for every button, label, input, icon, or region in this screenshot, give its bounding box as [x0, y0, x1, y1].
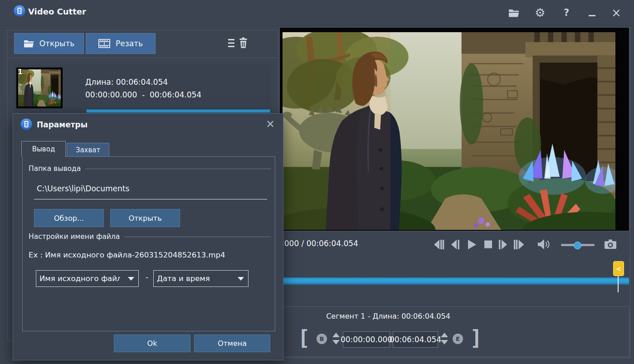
stepper-down-icon[interactable]: [441, 340, 448, 345]
dialog-logo-icon: [20, 118, 32, 130]
jump-forward-icon: [513, 239, 525, 250]
titlebar: Video Cutter ⚙ ? ×: [0, 0, 634, 26]
output-folder-group: Папка вывода: [29, 165, 271, 173]
volume-slider[interactable]: [561, 244, 595, 246]
stepper-up-icon[interactable]: [332, 333, 340, 337]
timeline-marker-stem: [618, 275, 619, 292]
dialog-title: Параметры: [37, 120, 88, 129]
segment-title: Сегмент 1 - Длина: 00:06:04.054: [279, 312, 497, 320]
group-divider: [85, 169, 271, 169]
open-video-button[interactable]: Открыть: [14, 33, 84, 54]
source-name-combo-value: Имя исходного файла: [36, 274, 120, 283]
stop-icon: [483, 239, 493, 250]
folder-icon: [24, 39, 34, 48]
frame-back-button[interactable]: [449, 238, 462, 251]
open-file-icon[interactable]: [507, 6, 521, 19]
item-progress-bar: [86, 109, 270, 113]
item-range-text: 00:00:00.000 - 00:06:04.054: [85, 90, 201, 99]
video-frame-image: [283, 32, 615, 230]
playlist-item[interactable]: 1 Длина: 00:06:04.054 00:00:00.000 - 00:…: [14, 65, 271, 113]
tab-capture[interactable]: Захват: [67, 143, 109, 157]
item-length-text: Длина: 00:06:04.054: [85, 78, 168, 87]
end-time-input[interactable]: 00:06:04.054: [393, 331, 438, 348]
video-preview: [279, 27, 629, 231]
jump-back-button[interactable]: [432, 238, 445, 251]
segment-close-bracket: ]: [470, 327, 483, 348]
open-video-label: Открыть: [39, 39, 75, 48]
minimize-icon[interactable]: [585, 6, 599, 19]
filename-separator: -: [146, 272, 148, 281]
output-folder-group-label: Папка вывода: [29, 165, 81, 173]
stop-button[interactable]: [482, 238, 494, 251]
dialog-close-button[interactable]: ✕: [263, 117, 277, 131]
timeline-marker[interactable]: <: [613, 261, 624, 276]
window-title: Video Cutter: [28, 7, 86, 16]
play-icon: [467, 239, 477, 250]
jump-forward-button[interactable]: [512, 238, 525, 251]
date-time-combo-value: Дата и время: [154, 274, 210, 283]
speaker-icon: [537, 238, 550, 250]
cut-video-button[interactable]: Резать: [86, 33, 156, 54]
filename-group-label: Настройки имени файла: [29, 233, 120, 241]
filmstrip-icon: [98, 39, 110, 48]
source-name-combo[interactable]: Имя исходного файла: [36, 270, 139, 287]
jump-back-icon: [433, 239, 445, 250]
chevron-down-icon: [238, 277, 244, 281]
volume-slider-handle[interactable]: [574, 242, 581, 249]
browse-button[interactable]: Обзор...: [34, 209, 104, 227]
end-marker-button[interactable]: E: [453, 334, 463, 344]
output-folder-input[interactable]: C:\Users\lipi\Documents: [37, 184, 129, 193]
clear-list-icon: [227, 37, 249, 49]
camera-icon: [604, 239, 617, 250]
stepper-down-icon[interactable]: [332, 340, 340, 345]
begin-time-input[interactable]: 00:00:00.000: [343, 331, 390, 348]
cancel-button[interactable]: Отмена: [194, 335, 270, 352]
item-index-badge: 1: [18, 68, 23, 76]
open-folder-button[interactable]: Открыть: [110, 209, 180, 227]
output-folder-underline: [34, 199, 267, 199]
stepper-up-icon[interactable]: [441, 333, 448, 337]
close-icon[interactable]: ×: [610, 6, 623, 19]
thumbnail-image: [18, 69, 61, 107]
end-time-stepper[interactable]: [441, 333, 448, 345]
tab-content-frame: [22, 156, 275, 331]
playlist-toolbar: Открыть Резать: [8, 30, 278, 58]
group-divider: [124, 237, 271, 237]
minimize-glyph: [589, 15, 595, 16]
volume-button[interactable]: [537, 238, 550, 251]
begin-time-stepper[interactable]: [332, 333, 340, 345]
filename-group: Настройки имени файла: [29, 233, 271, 241]
app-window: { "titlebar": { "title": "Video Cutter",…: [0, 0, 634, 364]
frame-back-icon: [450, 239, 461, 250]
filename-example: Ex : Имя исходного файла-260315204852613…: [29, 251, 225, 259]
frame-forward-icon: [497, 239, 508, 250]
timeline-track[interactable]: [280, 277, 629, 285]
video-thumbnail: 1: [16, 68, 63, 108]
clear-list-button[interactable]: [227, 37, 249, 49]
app-logo-icon: [14, 5, 25, 17]
frame-forward-button[interactable]: [496, 238, 509, 251]
chevron-down-icon: [128, 277, 134, 281]
cut-video-label: Резать: [116, 39, 143, 48]
date-time-combo[interactable]: Дата и время: [153, 270, 249, 287]
settings-dialog: Параметры ✕ Вывод Захват Папка вывода C:…: [13, 113, 283, 360]
help-icon[interactable]: ?: [560, 6, 573, 19]
begin-marker-button[interactable]: B: [317, 334, 327, 344]
ok-button[interactable]: Ok: [114, 335, 190, 352]
snapshot-button[interactable]: [604, 238, 617, 251]
segment-open-bracket: [: [297, 327, 310, 348]
tab-output[interactable]: Вывод: [21, 141, 66, 157]
play-button[interactable]: [465, 238, 478, 251]
gear-icon[interactable]: ⚙: [533, 6, 547, 19]
